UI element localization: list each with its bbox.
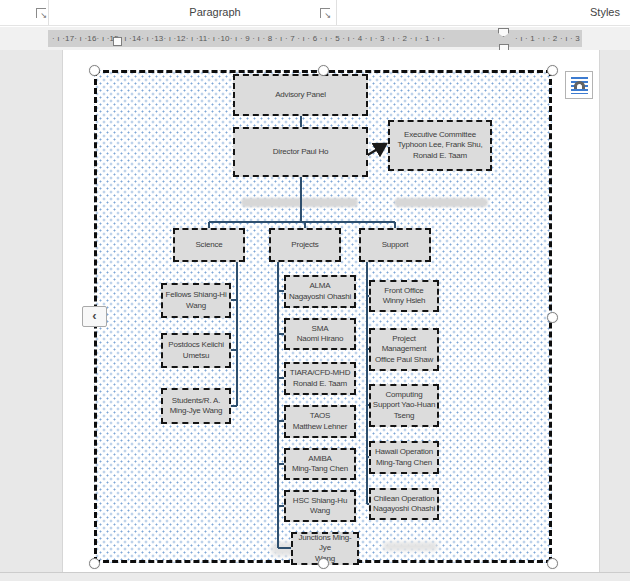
resize-handle-top-center[interactable] — [318, 65, 329, 76]
faded-text-smudge — [241, 198, 358, 207]
org-node-project-management[interactable]: Project Management Office Paul Shaw — [369, 328, 439, 371]
resize-handle-bottom-center[interactable] — [318, 558, 329, 569]
org-node-students[interactable]: Students/R. A. Ming-Jye Wang — [161, 388, 231, 424]
resize-handle-top-right[interactable] — [547, 65, 558, 76]
org-node-director[interactable]: Director Paul Ho — [233, 127, 368, 177]
org-node-taos[interactable]: TAOS Matthew Lehner — [284, 405, 356, 438]
ruler-scale-band: · ı ·17· ı ·16· ı ·15· ı ·14· ı ·13· ı ·… — [48, 30, 582, 47]
text-pane-toggle-button[interactable]: ‹ — [82, 306, 107, 327]
resize-handle-middle-right[interactable] — [547, 312, 558, 323]
resize-handle-bottom-left[interactable] — [89, 558, 100, 569]
org-node-hawaii-operation[interactable]: Hawaii Operation Ming-Tang Chen — [369, 441, 439, 474]
horizontal-ruler[interactable]: · ı ·17· ı ·16· ı ·15· ı ·14· ı ·13· ı ·… — [0, 27, 630, 50]
org-node-computing-support[interactable]: Computing Support Yao-Huan Tseng — [369, 384, 439, 427]
document-workspace: Advisory Panel Director Paul Ho Executiv… — [0, 50, 630, 581]
org-node-fellows[interactable]: Fellows Shiang-Hi Wang — [161, 283, 231, 318]
org-node-amiba[interactable]: AMiBA Ming-Tang Chen — [284, 448, 356, 480]
ribbon-bottom-strip: ↘ Paragraph ↘ Styles — [0, 0, 630, 26]
ruler-numbers-right: · ı · 1 · ı · 2 · ı · 3 — [510, 34, 580, 43]
chevron-left-icon: ‹ — [92, 308, 96, 323]
styles-group-label: Styles — [560, 6, 620, 18]
font-dialog-launcher-icon[interactable]: ↘ — [36, 8, 46, 18]
resize-handle-top-left[interactable] — [89, 65, 100, 76]
resize-handle-bottom-right[interactable] — [547, 558, 558, 569]
paragraph-dialog-launcher-icon[interactable]: ↘ — [320, 8, 330, 18]
org-node-tiara-cfd-mhd[interactable]: TIARA/CFD-MHD Ronald E. Taam — [284, 362, 356, 395]
org-node-front-office[interactable]: Front Office Winny Hsieh — [369, 280, 439, 312]
org-node-hsc[interactable]: HSC Shiang-Hu Wang — [284, 490, 356, 522]
indent-marker-left[interactable] — [113, 37, 122, 46]
org-node-postdocs[interactable]: Postdocs Keiichi Umetsu — [161, 333, 231, 368]
org-node-alma[interactable]: ALMA Nagayoshi Ohashi — [284, 275, 356, 308]
org-node-support[interactable]: Support — [359, 228, 431, 262]
org-node-sma[interactable]: SMA Naomi Hirano — [284, 318, 356, 350]
ribbon-group-divider — [48, 0, 49, 25]
page-bottom-gap — [0, 572, 630, 581]
faded-text-smudge — [394, 198, 488, 207]
org-node-executive-committee[interactable]: Executive Committee Typhoon Lee, Frank S… — [388, 120, 492, 171]
layout-options-button[interactable] — [565, 71, 593, 99]
wrap-arch-icon — [574, 81, 585, 89]
paragraph-group-label: Paragraph — [160, 6, 270, 18]
org-node-advisory-panel[interactable]: Advisory Panel — [233, 74, 368, 116]
org-node-projects[interactable]: Projects — [269, 228, 341, 262]
document-page[interactable]: Advisory Panel Director Paul Ho Executiv… — [62, 50, 600, 572]
ribbon-group-divider — [336, 0, 337, 25]
faded-text-smudge — [383, 542, 438, 551]
org-node-science[interactable]: Science — [173, 228, 245, 262]
org-node-chilean-operation[interactable]: Chilean Operation Nagayoshi Ohashi — [369, 488, 439, 520]
